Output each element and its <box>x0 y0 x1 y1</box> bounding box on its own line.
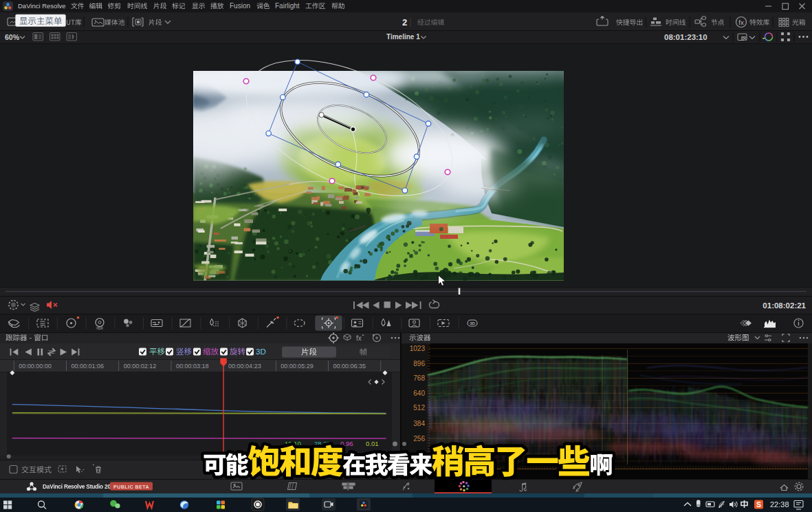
svg-text:00:00:03:18: 00:00:03:18 <box>176 363 209 370</box>
svg-text:fx: fx <box>356 334 362 342</box>
svg-text:2: 2 <box>402 17 407 28</box>
svg-text:384: 384 <box>413 420 425 427</box>
svg-text:HDR: HDR <box>96 327 103 330</box>
svg-text:00:00:06:35: 00:00:06:35 <box>333 363 366 370</box>
svg-text:0.01: 0.01 <box>366 440 379 447</box>
svg-text:HQ: HQ <box>741 37 746 41</box>
svg-text:00:00:01:06: 00:00:01:06 <box>72 363 105 370</box>
svg-text:3D: 3D <box>470 321 475 326</box>
svg-text:PUBLIC BETA: PUBLIC BETA <box>113 484 149 489</box>
svg-text:256: 256 <box>413 435 425 442</box>
svg-text:Fairlight: Fairlight <box>275 2 300 10</box>
svg-text:640: 640 <box>413 390 425 397</box>
svg-text:DaVinci Resolve Studio 20: DaVinci Resolve Studio 20 <box>43 483 111 490</box>
svg-text:00:00:04:23: 00:00:04:23 <box>228 363 261 370</box>
svg-text:768: 768 <box>413 374 425 382</box>
svg-text:896: 896 <box>413 360 425 367</box>
svg-text:00:00:05:29: 00:00:05:29 <box>281 363 314 370</box>
svg-text:01:08:02:21: 01:08:02:21 <box>762 301 806 310</box>
svg-text:Fusion: Fusion <box>230 2 250 10</box>
svg-text:1023: 1023 <box>410 345 426 352</box>
svg-text:08:01:23:10: 08:01:23:10 <box>664 33 707 41</box>
svg-text:fx: fx <box>738 19 744 26</box>
svg-text:3D: 3D <box>256 348 266 356</box>
svg-text:00:00:00:00: 00:00:00:00 <box>19 363 52 370</box>
svg-text:60%: 60% <box>5 33 20 41</box>
svg-text:Timeline 1: Timeline 1 <box>386 33 420 41</box>
svg-text:DaVinci Resolve: DaVinci Resolve <box>18 2 66 10</box>
svg-text:S: S <box>756 500 761 509</box>
svg-text:512: 512 <box>413 404 425 412</box>
svg-text:00:00:02:12: 00:00:02:12 <box>124 363 157 370</box>
svg-text:22:38: 22:38 <box>770 500 789 509</box>
